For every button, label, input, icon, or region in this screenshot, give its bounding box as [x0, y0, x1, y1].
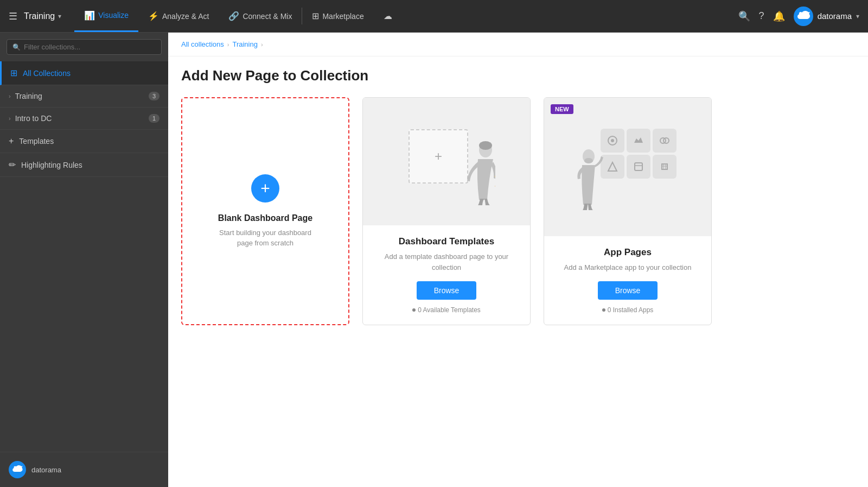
- app-icon-6: [653, 155, 676, 179]
- nav-items: 📊 Visualize ⚡ Analyze & Act 🔗 Connect & …: [74, 0, 738, 32]
- sidebar-item-intro-dc[interactable]: › Intro to DC 1: [0, 107, 168, 130]
- app-pages-card-body: App Pages Add a Marketplace app to your …: [544, 236, 711, 325]
- marketplace-icon: ⊞: [312, 11, 319, 21]
- meta-dot: [412, 308, 416, 312]
- blank-card-title: Blank Dashboard Page: [218, 213, 312, 223]
- app-icon-2: [627, 129, 650, 153]
- app-icon-5: [627, 155, 650, 179]
- sidebar-item-intro-dc-label: Intro to DC: [15, 114, 145, 123]
- svg-point-1: [479, 141, 492, 150]
- dashboard-templates-browse-button[interactable]: Browse: [417, 281, 477, 300]
- nav-item-visualize-label: Visualize: [98, 11, 129, 20]
- salesforce-logo-svg: [797, 11, 810, 22]
- new-badge: NEW: [551, 104, 573, 114]
- sidebar-footer: datorama: [0, 452, 168, 487]
- app-illustration-wrapper: [573, 123, 682, 210]
- workspace-chevron-icon[interactable]: ▾: [58, 12, 61, 20]
- templates-icon: +: [9, 136, 14, 146]
- app-figure-svg: [573, 148, 609, 210]
- blank-card-description: Start building your dashboard page from …: [211, 227, 320, 249]
- hamburger-icon[interactable]: ☰: [9, 10, 17, 22]
- svg-point-11: [584, 158, 593, 163]
- main-layout: 🔍 ⊞ All Collections › Training 3 › Intro…: [0, 33, 868, 487]
- intro-dc-count-badge: 1: [149, 114, 159, 123]
- top-nav-right: 🔍 ? 🔔 datorama ▾: [738, 7, 859, 26]
- sidebar-item-all-collections-label: All Collections: [23, 69, 159, 78]
- sidebar-footer-logo: [9, 461, 26, 478]
- app-icon-3: [653, 129, 676, 153]
- breadcrumb-all-collections[interactable]: All collections: [181, 40, 224, 48]
- connect-icon: 🔗: [228, 11, 239, 21]
- dashboard-templates-meta: 0 Available Templates: [412, 306, 481, 314]
- sidebar-footer-brand-text: datorama: [31, 466, 61, 474]
- svg-point-5: [611, 139, 614, 142]
- add-blank-page-icon: +: [251, 174, 279, 203]
- brand-logo[interactable]: datorama ▾: [794, 7, 859, 26]
- installed-apps-count: 0 Installed Apps: [608, 306, 654, 314]
- search-icon[interactable]: 🔍: [738, 10, 750, 22]
- app-pages-illustration: [544, 98, 711, 236]
- help-icon[interactable]: ?: [759, 10, 764, 22]
- page-title: Add New Page to Collection: [181, 67, 855, 84]
- nav-item-marketplace[interactable]: ⊞ Marketplace: [302, 0, 373, 32]
- nav-item-deploy[interactable]: ☁: [374, 0, 405, 32]
- training-count-badge: 3: [149, 92, 159, 100]
- sidebar-footer-logo-svg: [12, 465, 23, 474]
- dashboard-templates-title: Dashboard Templates: [399, 236, 494, 247]
- dashboard-templates-card-body: Dashboard Templates Add a template dashb…: [363, 225, 530, 325]
- sidebar-item-templates[interactable]: + Templates: [0, 130, 168, 153]
- cards-area: + Blank Dashboard Page Start building yo…: [168, 97, 868, 487]
- breadcrumb: All collections › Training ›: [168, 33, 868, 56]
- blank-dashboard-card[interactable]: + Blank Dashboard Page Start building yo…: [181, 97, 349, 325]
- sidebar-item-highlighting-label: Highlighting Rules: [21, 161, 159, 169]
- all-collections-icon: ⊞: [10, 68, 17, 78]
- dash-plus-icon: +: [435, 149, 442, 164]
- filter-collections-input[interactable]: [24, 43, 156, 51]
- sidebar-item-training[interactable]: › Training 3: [0, 85, 168, 107]
- breadcrumb-training[interactable]: Training: [232, 40, 257, 48]
- app-meta-dot: [602, 308, 605, 312]
- nav-item-connect[interactable]: 🔗 Connect & Mix: [219, 0, 302, 32]
- breadcrumb-sep-2: ›: [261, 41, 263, 48]
- sidebar-item-highlighting-rules[interactable]: ✏ Highlighting Rules: [0, 153, 168, 177]
- svg-marker-8: [608, 162, 617, 171]
- sidebar: 🔍 ⊞ All Collections › Training 3 › Intro…: [0, 33, 168, 487]
- app-pages-browse-button[interactable]: Browse: [598, 281, 658, 300]
- analyze-icon: ⚡: [148, 11, 159, 21]
- app-pages-meta: 0 Installed Apps: [602, 306, 654, 314]
- nav-item-connect-label: Connect & Mix: [242, 12, 292, 21]
- app-icons-grid: [601, 129, 676, 179]
- app-pages-title: App Pages: [604, 247, 652, 258]
- dashboard-templates-illustration: +: [363, 98, 530, 225]
- svg-marker-3: [495, 185, 495, 189]
- highlighting-rules-icon: ✏: [9, 160, 16, 170]
- dash-figure-svg: [457, 140, 495, 205]
- sidebar-item-templates-label: Templates: [19, 137, 159, 146]
- training-chevron-icon: ›: [9, 93, 11, 99]
- app-pages-description: Add a Marketplace app to your collection: [564, 262, 692, 273]
- dashboard-templates-card: +: [362, 97, 531, 325]
- nav-item-marketplace-label: Marketplace: [322, 12, 363, 21]
- app-pages-card: NEW: [544, 97, 712, 325]
- dash-template-graphic: +: [398, 118, 495, 205]
- breadcrumb-sep-1: ›: [227, 41, 229, 48]
- notifications-icon[interactable]: 🔔: [773, 10, 785, 22]
- nav-item-analyze-label: Analyze & Act: [162, 12, 209, 21]
- visualize-icon: 📊: [84, 10, 95, 21]
- main-content: All collections › Training › Add New Pag…: [168, 33, 868, 487]
- nav-item-visualize[interactable]: 📊 Visualize: [74, 0, 138, 32]
- brand-name-text: datorama: [818, 11, 852, 21]
- top-navigation: ☰ Training ▾ 📊 Visualize ⚡ Analyze & Act…: [0, 0, 868, 33]
- filter-icon: 🔍: [12, 43, 21, 51]
- available-templates-count: 0 Available Templates: [418, 306, 481, 314]
- svg-rect-9: [635, 163, 642, 170]
- deploy-icon: ☁: [384, 11, 392, 21]
- sidebar-item-all-collections[interactable]: ⊞ All Collections: [0, 61, 168, 85]
- filter-collections-input-wrapper[interactable]: 🔍: [7, 39, 162, 55]
- dashboard-templates-description: Add a template dashboard page to your co…: [374, 251, 519, 273]
- brand-chevron-icon: ▾: [856, 12, 859, 20]
- intro-dc-chevron-icon: ›: [9, 115, 11, 122]
- salesforce-cloud-icon: [794, 7, 813, 26]
- page-header: Add New Page to Collection: [168, 56, 868, 97]
- nav-item-analyze[interactable]: ⚡ Analyze & Act: [138, 0, 219, 32]
